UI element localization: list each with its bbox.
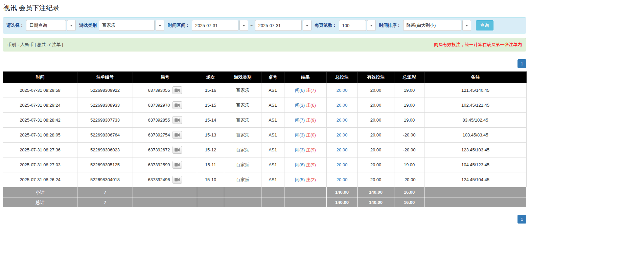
total-empty-cell: [261, 197, 284, 208]
total-bet-link[interactable]: 20.00: [337, 132, 348, 138]
cell-remark: 124.45/104.45: [424, 172, 527, 187]
cell-remark: 121.45/140.45: [424, 83, 527, 98]
total-empty-cell: [133, 197, 197, 208]
date-range-label: 时间区间：: [168, 22, 190, 28]
video-replay-button[interactable]: [172, 86, 182, 94]
time-sort-select[interactable]: 降冪(由大到小): [403, 20, 471, 31]
total-payout: 16.00: [394, 197, 424, 208]
cell-time: 2025-07-31 08:27:36: [3, 143, 77, 157]
cell-payout: 19.00: [394, 83, 424, 98]
total-bet-link[interactable]: 20.00: [337, 103, 348, 108]
table-header-row: 时间 注单编号 局号 场次 游戏类别 桌号 结果 总投注 有效投注 总派彩 备注: [3, 72, 527, 83]
total-empty-cell: [284, 197, 327, 208]
page-title: 视讯 会员下注纪录: [3, 2, 526, 17]
video-replay-button[interactable]: [172, 116, 182, 124]
page-size-select[interactable]: 100: [339, 20, 376, 31]
chevron-down-icon: [159, 25, 161, 26]
subtotal-empty-cell: [224, 187, 261, 197]
total-bet-link[interactable]: 20.00: [337, 177, 348, 182]
total-total-bet: 140.00: [327, 197, 358, 208]
col-header-game-type: 游戏类别: [224, 72, 261, 83]
cell-table-no: AS1: [261, 128, 284, 143]
total-bet-link[interactable]: 20.00: [337, 118, 348, 123]
video-replay-button[interactable]: [172, 131, 182, 139]
time-sort-value[interactable]: 降冪(由大到小): [403, 20, 461, 31]
round-id-text: 637392855: [148, 118, 170, 123]
page-size-value[interactable]: 100: [339, 20, 366, 31]
cell-bet-id: 522698307733: [77, 113, 133, 128]
cell-result: 闲(6)庄(7): [284, 83, 327, 98]
cell-result: 闲(5)庄(2): [284, 172, 327, 187]
total-empty-cell: [197, 197, 224, 208]
date-to-select[interactable]: 2025-07-31: [255, 20, 312, 31]
query-type-label: 请选择：: [6, 22, 24, 28]
video-camera-icon: [175, 133, 180, 137]
cell-valid-bet: 20.00: [358, 98, 394, 113]
cell-round-id: 637392672: [133, 143, 197, 157]
game-type-value[interactable]: 百家乐: [99, 20, 155, 31]
cell-total-bet: 20.00: [327, 157, 358, 172]
total-bet-link[interactable]: 20.00: [337, 88, 348, 93]
chevron-down-icon: [243, 25, 245, 26]
cell-result: 闲(6)庄(9): [284, 157, 327, 172]
video-replay-button[interactable]: [172, 161, 182, 169]
cell-remark: 104.45/123.45: [424, 157, 527, 172]
cell-valid-bet: 20.00: [358, 113, 394, 128]
result-banker: 庄(6): [306, 103, 316, 108]
result-player: 闲(7): [295, 118, 305, 123]
page-size-dropdown-button[interactable]: [367, 20, 376, 31]
total-label: 总计: [3, 197, 77, 208]
table-body: 2025-07-31 08:29:58 522698309922 6373930…: [3, 83, 527, 187]
cell-time: 2025-07-31 08:28:42: [3, 113, 77, 128]
cell-game-type: 百家乐: [224, 83, 261, 98]
date-from-select[interactable]: 2025-07-31: [192, 20, 248, 31]
video-replay-button[interactable]: [172, 146, 182, 154]
video-camera-icon: [175, 118, 180, 122]
col-header-session: 场次: [197, 72, 224, 83]
date-from-input[interactable]: 2025-07-31: [192, 20, 238, 31]
cell-table-no: AS1: [261, 98, 284, 113]
cell-bet-id: 522698305125: [77, 157, 133, 172]
query-type-value[interactable]: 日期查询: [26, 20, 66, 31]
video-replay-button[interactable]: [172, 101, 182, 109]
round-id-text: 637392496: [148, 177, 170, 182]
video-camera-icon: [175, 163, 180, 167]
total-bet-link[interactable]: 20.00: [337, 162, 348, 167]
pagination-bottom: 1: [3, 215, 526, 224]
cell-payout: 19.00: [394, 113, 424, 128]
time-sort-dropdown-button[interactable]: [462, 20, 471, 31]
cell-result: 闲(3)庄(0): [284, 128, 327, 143]
cell-round-id: 637392496: [133, 172, 197, 187]
table-summary: 小计 7 140.00 140.00 16.00 总计 7 1: [3, 187, 527, 208]
game-type-select[interactable]: 百家乐: [99, 20, 164, 31]
table-row: 2025-07-31 08:27:36 522698306023 6373926…: [3, 143, 527, 157]
date-from-dropdown-button[interactable]: [239, 20, 248, 31]
col-header-valid-bet: 有效投注: [358, 72, 394, 83]
subtotal-valid-bet: 140.00: [358, 187, 394, 197]
video-replay-button[interactable]: [172, 176, 182, 184]
total-bet-link[interactable]: 20.00: [337, 147, 348, 152]
cell-session: 15-14: [197, 113, 224, 128]
bet-records-table: 时间 注单编号 局号 场次 游戏类别 桌号 结果 总投注 有效投注 总派彩 备注…: [3, 71, 527, 208]
subtotal-empty-cell: [197, 187, 224, 197]
cell-session: 15-13: [197, 128, 224, 143]
result-banker: 庄(9): [306, 118, 316, 123]
video-camera-icon: [175, 103, 180, 107]
query-type-dropdown-button[interactable]: [67, 20, 76, 31]
page-1-button[interactable]: 1: [518, 215, 526, 224]
result-banker: 庄(9): [306, 147, 316, 152]
subtotal-empty-cell: [261, 187, 284, 197]
game-type-dropdown-button[interactable]: [156, 20, 164, 31]
col-header-bet-id: 注单编号: [77, 72, 133, 83]
cell-game-type: 百家乐: [224, 98, 261, 113]
table-row: 2025-07-31 08:29:58 522698309922 6373930…: [3, 83, 527, 98]
page-1-button[interactable]: 1: [518, 59, 526, 68]
subtotal-empty-cell: [133, 187, 197, 197]
search-button[interactable]: 查询: [476, 20, 493, 30]
date-to-input[interactable]: 2025-07-31: [255, 20, 302, 31]
cell-payout: -20.00: [394, 143, 424, 157]
date-to-dropdown-button[interactable]: [303, 20, 312, 31]
cell-bet-id: 522698308933: [77, 98, 133, 113]
query-type-select[interactable]: 日期查询: [26, 20, 76, 31]
total-empty-cell: [424, 197, 527, 208]
